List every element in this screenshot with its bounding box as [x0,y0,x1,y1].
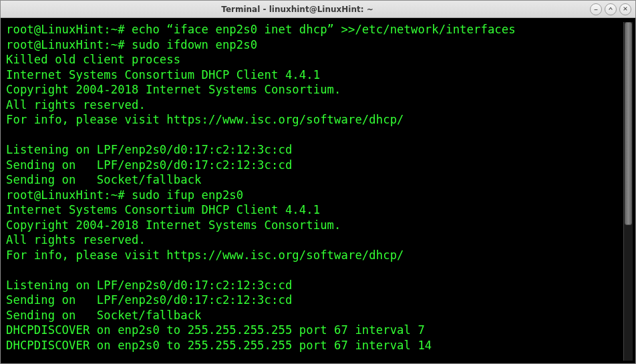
prompt: root@LinuxHint:~# [6,188,132,202]
prompt: root@LinuxHint:~# [6,38,132,51]
scrollbar-track[interactable] [624,22,633,361]
command-text: echo “iface enp2s0 inet dhcp” >>/etc/net… [132,23,516,36]
prompt: root@LinuxHint:~# [6,23,132,36]
window-title: Terminal - linuxhint@LinuxHint: ~ [5,5,590,14]
window-controls [590,3,631,15]
titlebar[interactable]: Terminal - linuxhint@LinuxHint: ~ [1,1,635,18]
output-line: Copyright 2004-2018 Internet Systems Con… [6,83,341,96]
output-line: All rights reserved. [6,98,146,112]
output-line: Internet Systems Consortium DHCP Client … [6,203,320,216]
output-line: DHCPDISCOVER on enp2s0 to 255.255.255.25… [6,323,425,337]
command-text: sudo ifdown enp2s0 [132,38,257,51]
output-line: DHCPDISCOVER on enp2s0 to 255.255.255.25… [6,339,432,352]
output-line: All rights reserved. [6,233,146,246]
output-line: For info, please visit https://www.isc.o… [6,113,404,126]
output-line: Sending on Socket/fallback [6,173,202,186]
output-line: Listening on LPF/enp2s0/d0:17:c2:12:3c:c… [6,143,292,156]
output-line: Sending on LPF/enp2s0/d0:17:c2:12:3c:cd [6,158,292,172]
terminal-output[interactable]: root@LinuxHint:~# echo “iface enp2s0 ine… [6,22,621,361]
minimize-button[interactable] [590,3,602,15]
output-line: Copyright 2004-2018 Internet Systems Con… [6,218,341,232]
minimize-icon [593,6,599,13]
command-text: sudo ifup enp2s0 [132,188,243,202]
terminal-window: Terminal - linuxhint@LinuxHint: ~ root@L… [0,0,636,364]
close-icon [623,6,628,13]
output-line: Sending on LPF/enp2s0/d0:17:c2:12:3c:cd [6,293,292,307]
output-line: For info, please visit https://www.isc.o… [6,248,404,262]
scrollbar-thumb[interactable] [625,22,632,225]
terminal-body[interactable]: root@LinuxHint:~# echo “iface enp2s0 ine… [1,18,635,363]
output-line: Killed old client process [6,53,180,66]
scrollbar[interactable] [623,22,633,361]
output-line: Internet Systems Consortium DHCP Client … [6,68,320,81]
output-line: Listening on LPF/enp2s0/d0:17:c2:12:3c:c… [6,279,292,292]
output-line: Sending on Socket/fallback [6,309,202,322]
maximize-button[interactable] [605,3,617,15]
maximize-icon [608,6,613,13]
close-button[interactable] [619,3,631,15]
